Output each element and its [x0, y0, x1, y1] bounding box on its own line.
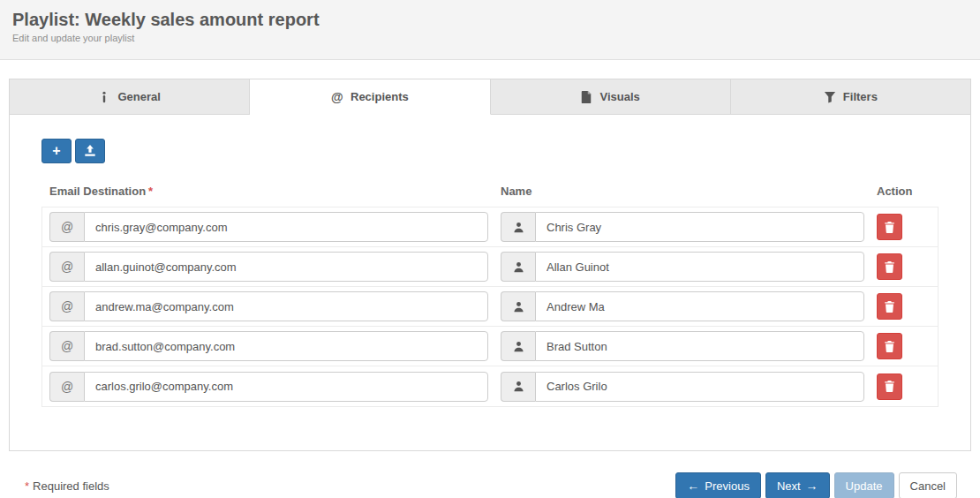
recipient-row: @	[42, 287, 938, 327]
action-cell	[877, 374, 902, 400]
tab-visuals-label: Visuals	[599, 90, 639, 103]
action-cell	[877, 293, 902, 320]
tab-visuals[interactable]: Visuals	[491, 79, 731, 115]
delete-recipient-button[interactable]	[877, 293, 902, 320]
email-input[interactable]	[84, 291, 488, 321]
playlist-panel: General @ Recipients Visuals Filters +	[9, 79, 971, 451]
email-input[interactable]	[84, 252, 488, 282]
action-header: Action	[877, 185, 912, 198]
tab-recipients[interactable]: @ Recipients	[250, 79, 490, 115]
email-input-group: @	[49, 331, 488, 361]
arrow-right-icon: →	[806, 479, 818, 492]
file-icon	[580, 91, 592, 103]
person-icon	[501, 252, 535, 282]
recipient-row: @	[42, 208, 938, 247]
email-input[interactable]	[84, 212, 488, 242]
trash-icon	[884, 222, 895, 233]
email-addon: @	[49, 291, 84, 321]
page-header: Playlist: Weekly sales amount report Edi…	[0, 0, 980, 60]
required-note-asterisk: *	[25, 479, 29, 493]
action-cell	[877, 333, 902, 359]
email-addon: @	[49, 212, 84, 242]
footer-buttons: ← Previous Next → Update Cancel	[675, 472, 957, 498]
next-button[interactable]: Next →	[765, 472, 830, 498]
tab-filters[interactable]: Filters	[731, 79, 971, 115]
delete-recipient-button[interactable]	[877, 253, 902, 280]
trash-icon	[884, 301, 895, 313]
action-cell	[877, 214, 902, 240]
name-input[interactable]	[535, 252, 864, 282]
email-addon: @	[49, 252, 84, 282]
email-input-group: @	[49, 212, 488, 242]
filter-icon	[824, 91, 836, 103]
delete-recipient-button[interactable]	[877, 374, 902, 400]
person-icon	[501, 372, 535, 402]
recipient-row: @	[42, 247, 938, 287]
person-icon	[501, 212, 535, 242]
email-input-group: @	[49, 372, 488, 402]
email-input-group: @	[49, 291, 488, 321]
previous-button[interactable]: ← Previous	[675, 472, 761, 498]
name-input[interactable]	[535, 331, 864, 361]
update-button[interactable]: Update	[834, 472, 894, 498]
required-fields-note: *Required fields	[25, 479, 109, 493]
page-title: Playlist: Weekly sales amount report	[12, 10, 968, 30]
trash-icon	[884, 341, 895, 352]
tab-recipients-label: Recipients	[351, 90, 409, 103]
tab-general-label: General	[117, 90, 160, 103]
tab-general[interactable]: General	[9, 79, 250, 115]
tab-filters-label: Filters	[843, 90, 878, 103]
recipient-row: @	[42, 327, 938, 366]
name-input[interactable]	[535, 291, 864, 321]
recipient-row: @	[42, 366, 938, 406]
action-cell	[877, 253, 902, 280]
name-input[interactable]	[535, 372, 864, 402]
page-footer: *Required fields ← Previous Next → Updat…	[0, 472, 980, 498]
name-header: Name	[501, 185, 864, 198]
email-addon: @	[49, 331, 84, 361]
delete-recipient-button[interactable]	[877, 333, 902, 359]
recipients-table-header: Email Destination* Name Action	[41, 185, 939, 207]
person-icon	[501, 291, 535, 321]
at-icon: @	[331, 91, 343, 103]
info-icon	[98, 91, 110, 103]
name-input-group	[501, 372, 864, 402]
recipients-rows: @	[41, 207, 939, 407]
email-input-group: @	[49, 252, 488, 282]
delete-recipient-button[interactable]	[877, 214, 902, 240]
name-input-group	[501, 291, 864, 321]
tabs: General @ Recipients Visuals Filters	[9, 79, 971, 115]
add-recipient-button[interactable]: +	[41, 139, 72, 163]
name-input-group	[501, 252, 864, 282]
cancel-button[interactable]: Cancel	[899, 472, 957, 498]
required-asterisk: *	[148, 185, 153, 198]
upload-recipients-button[interactable]	[75, 139, 105, 163]
email-input[interactable]	[84, 331, 488, 361]
recipients-toolbar: +	[41, 139, 939, 163]
upload-icon	[84, 145, 96, 157]
email-input[interactable]	[84, 372, 488, 402]
email-destination-header: Email Destination*	[49, 185, 488, 198]
recipients-tab-content: + Email Destination* Name Action @	[9, 115, 971, 451]
trash-icon	[884, 381, 895, 392]
arrow-left-icon: ←	[687, 479, 699, 492]
page-subtitle: Edit and update your playlist	[12, 33, 968, 43]
name-input-group	[501, 212, 864, 242]
trash-icon	[884, 261, 895, 273]
email-addon: @	[49, 372, 84, 402]
name-input-group	[501, 331, 864, 361]
person-icon	[501, 331, 535, 361]
plus-icon: +	[52, 143, 60, 159]
name-input[interactable]	[535, 212, 864, 242]
